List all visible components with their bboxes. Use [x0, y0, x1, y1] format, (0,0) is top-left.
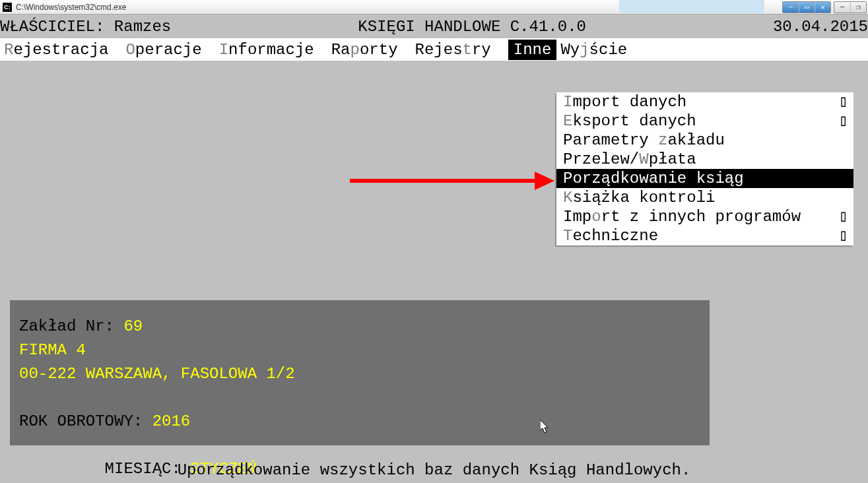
close-button[interactable]: ✕ [815, 2, 830, 13]
submenu-indicator-icon: ▯ [839, 92, 848, 112]
outer-restore-button[interactable]: ❐ [850, 2, 866, 13]
zaklad-label: Zakład Nr: [19, 317, 123, 335]
menu-item-6[interactable]: Wyjście [560, 41, 636, 59]
header-date: 30.04.2015 [773, 18, 868, 36]
dropdown-item-2[interactable]: Parametry zakładu [556, 131, 853, 150]
owner-value: Ramzes [114, 18, 171, 36]
panel-firma: FIRMA 4 [19, 338, 700, 362]
info-panel: Zakład Nr: 69 FIRMA 4 00-222 WARSZAWA, F… [10, 300, 710, 445]
zaklad-value: 69 [123, 317, 143, 335]
dropdown-inne: Import danych▯Eksport danych▯Parametry z… [556, 92, 853, 245]
rok-value: 2016 [152, 412, 191, 430]
minimize-button[interactable]: ─ [783, 2, 799, 13]
dropdown-item-7[interactable]: Techniczne▯ [556, 226, 853, 245]
rok-label: ROK OBROTOWY: [19, 412, 152, 430]
status-hint: Uporządkowanie wszystkich baz danych Ksi… [0, 461, 868, 479]
menu-item-2[interactable]: Informacje [219, 41, 323, 59]
owner-block: WŁAŚCICIEL: Ramzes [0, 18, 171, 36]
dropdown-item-5[interactable]: Książka kontroli [556, 188, 853, 207]
submenu-indicator-icon: ▯ [839, 112, 848, 131]
submenu-indicator-icon: ▯ [839, 226, 848, 245]
dropdown-item-3[interactable]: Przelew/Wpłata [556, 150, 853, 169]
owner-label: WŁAŚCICIEL: [0, 18, 114, 36]
window-button-group-2: ─ ❐ [834, 1, 867, 13]
panel-rok: ROK OBROTOWY: 2016 [19, 410, 700, 434]
dropdown-item-4[interactable]: Porządkowanie ksiąg [556, 169, 853, 188]
dropdown-item-6[interactable]: Import z innych programów▯ [556, 207, 853, 226]
menu-item-3[interactable]: Raporty [331, 41, 407, 59]
app-header: WŁAŚCICIEL: Ramzes KSIĘGI HANDLOWE C.41.… [0, 15, 868, 38]
aero-gap [619, 0, 764, 13]
menubar: RejestracjaOperacjeInformacjeRaportyReje… [0, 38, 868, 61]
panel-zaklad: Zakład Nr: 69 [19, 315, 700, 338]
dropdown-item-0[interactable]: Import danych▯ [556, 92, 853, 112]
outer-minimize-button[interactable]: ─ [834, 2, 850, 13]
panel-spacer [19, 386, 700, 410]
svg-marker-1 [535, 172, 554, 190]
panel-address: 00-222 WARSZAWA, FASOLOWA 1/2 [19, 362, 700, 386]
window-buttons: ─ ▭ ✕ ─ ❐ [782, 0, 868, 13]
maximize-button[interactable]: ▭ [799, 2, 815, 13]
app-title: KSIĘGI HANDLOWE C.41.0.0 [171, 18, 773, 36]
submenu-indicator-icon: ▯ [839, 207, 848, 226]
window-title: C:\Windows\system32\cmd.exe [16, 3, 126, 12]
cmd-icon: C: [3, 3, 12, 12]
annotation-arrow [350, 168, 554, 194]
menu-item-5[interactable]: Inne [508, 40, 557, 60]
menu-item-0[interactable]: Rejestracja [4, 41, 117, 59]
dropdown-item-1[interactable]: Eksport danych▯ [556, 112, 853, 131]
menu-item-4[interactable]: Rejestry [415, 41, 500, 59]
window-button-group-1: ─ ▭ ✕ [782, 1, 831, 13]
menu-item-1[interactable]: Operacje [125, 41, 211, 59]
